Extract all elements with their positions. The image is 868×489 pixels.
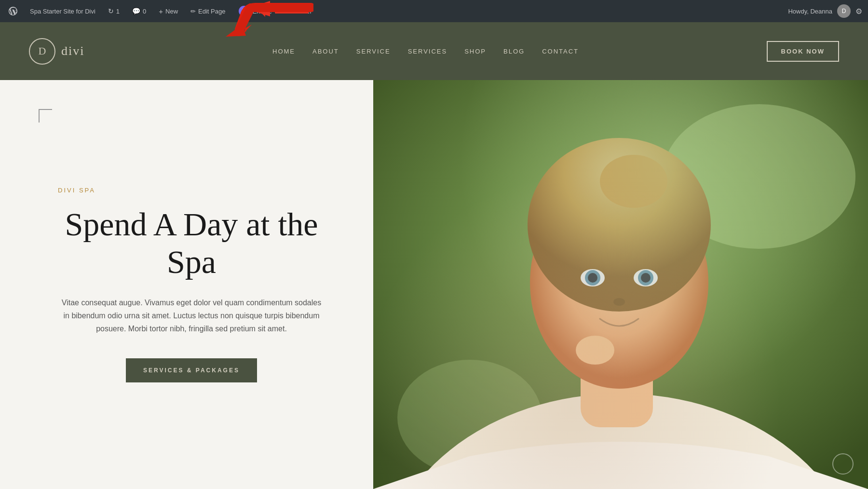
nav-item-shop[interactable]: SHOP bbox=[464, 48, 486, 55]
wp-logo-button[interactable] bbox=[6, 5, 20, 17]
svg-point-14 bbox=[528, 138, 711, 312]
plus-icon: + bbox=[159, 7, 163, 15]
logo-circle-icon: D bbox=[29, 38, 55, 65]
divi-badge-icon: D bbox=[239, 6, 249, 16]
services-packages-button[interactable]: SERVICES & PACKAGES bbox=[126, 358, 257, 382]
wp-logo-icon bbox=[9, 7, 17, 15]
logo-text: divi bbox=[61, 44, 84, 58]
updates-icon: ↻ bbox=[108, 7, 114, 15]
comments-count: 0 bbox=[143, 8, 146, 15]
hero-body-text: Vitae consequat augue. Vivamus eget dolo… bbox=[58, 296, 325, 336]
edit-label: Edit Page bbox=[198, 8, 225, 15]
updates-count: 1 bbox=[116, 8, 120, 15]
site-name-text: Spa Starter Site for Divi bbox=[30, 8, 95, 15]
site-header: D divi HOME ABOUT SERVICE SERVICES SHOP … bbox=[0, 22, 868, 80]
svg-point-15 bbox=[581, 269, 605, 286]
admin-bar: Spa Starter Site for Divi ↻ 1 💬 0 + New … bbox=[0, 0, 868, 22]
howdy-label: Howdy, Deanna bbox=[788, 8, 832, 15]
screen-options-icon[interactable]: ⚙ bbox=[855, 7, 862, 16]
svg-point-21 bbox=[613, 298, 625, 306]
svg-point-19 bbox=[638, 270, 653, 285]
corner-bracket-decoration bbox=[39, 109, 52, 122]
admin-bar-right: Howdy, Deanna D ⚙ bbox=[788, 4, 862, 18]
edit-page-button[interactable]: ✏ Edit Page bbox=[188, 6, 228, 17]
new-content-button[interactable]: + New bbox=[156, 5, 181, 17]
svg-point-23 bbox=[576, 336, 614, 365]
site-name-button[interactable]: Spa Starter Site for Divi bbox=[27, 6, 98, 17]
svg-point-10 bbox=[397, 360, 542, 475]
enable-vb-label: Enable Visual Builder bbox=[252, 8, 312, 15]
hero-title: Spend A Day at the Spa bbox=[58, 205, 325, 281]
user-avatar[interactable]: D bbox=[837, 4, 851, 18]
svg-point-22 bbox=[600, 155, 667, 208]
pencil-icon: ✏ bbox=[190, 8, 196, 15]
svg-rect-8 bbox=[373, 80, 868, 489]
svg-rect-12 bbox=[581, 331, 653, 427]
nav-item-service[interactable]: SERVICE bbox=[356, 48, 391, 55]
book-now-button[interactable]: BOOK NOW bbox=[767, 41, 839, 62]
hero-content: DIVI SPA Spend A Day at the Spa Vitae co… bbox=[0, 80, 373, 489]
svg-point-18 bbox=[634, 269, 658, 286]
main-navigation: HOME ABOUT SERVICE SERVICES SHOP BLOG CO… bbox=[272, 48, 579, 55]
comments-icon: 💬 bbox=[132, 7, 140, 15]
svg-point-9 bbox=[663, 104, 855, 249]
svg-point-16 bbox=[585, 270, 600, 285]
site-logo[interactable]: D divi bbox=[29, 38, 84, 65]
svg-point-17 bbox=[588, 273, 597, 283]
hero-image-panel bbox=[373, 80, 868, 489]
svg-point-11 bbox=[380, 394, 862, 489]
nav-item-blog[interactable]: BLOG bbox=[503, 48, 525, 55]
svg-point-13 bbox=[530, 177, 708, 389]
hero-portrait-svg bbox=[373, 80, 868, 489]
nav-item-about[interactable]: ABOUT bbox=[312, 48, 339, 55]
hero-portrait-image bbox=[373, 80, 868, 489]
comments-button[interactable]: 💬 0 bbox=[129, 5, 149, 17]
nav-item-contact[interactable]: CONTACT bbox=[542, 48, 579, 55]
hero-section: DIVI SPA Spend A Day at the Spa Vitae co… bbox=[0, 80, 868, 489]
new-label: New bbox=[165, 8, 178, 15]
updates-button[interactable]: ↻ 1 bbox=[105, 5, 122, 17]
nav-item-services[interactable]: SERVICES bbox=[408, 48, 448, 55]
svg-point-20 bbox=[641, 273, 651, 283]
logo-letter: D bbox=[39, 45, 46, 57]
nav-item-home[interactable]: HOME bbox=[272, 48, 295, 55]
hero-subtitle: DIVI SPA bbox=[58, 187, 325, 194]
enable-visual-builder-button[interactable]: D Enable Visual Builder bbox=[235, 4, 315, 18]
